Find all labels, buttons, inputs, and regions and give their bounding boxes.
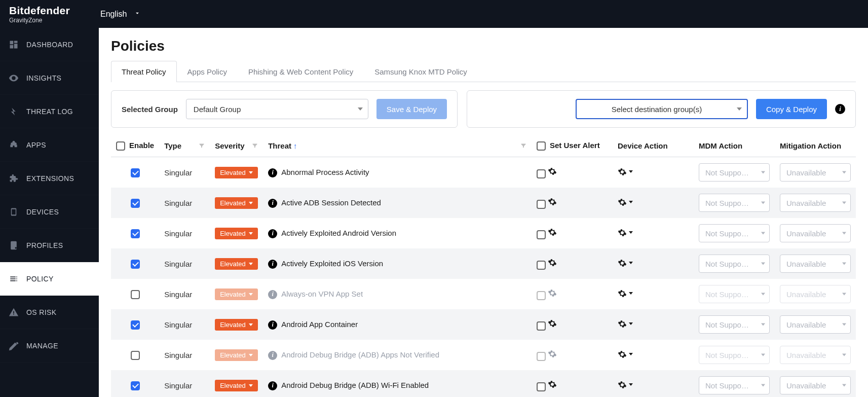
copy-deploy-button[interactable]: Copy & Deploy xyxy=(756,99,827,119)
col-mdm-action[interactable]: MDM Action xyxy=(694,135,775,157)
mdm-action-select[interactable]: Not Suppo… xyxy=(699,194,770,212)
col-threat[interactable]: Threat↑ xyxy=(263,135,532,157)
profiles-icon xyxy=(8,240,19,251)
user-alert-settings[interactable] xyxy=(548,319,557,328)
col-user-alert[interactable]: Set User Alert xyxy=(532,135,613,157)
mdm-action-select[interactable]: Not Suppo… xyxy=(699,255,770,273)
severity-badge[interactable]: Elevated xyxy=(215,197,258,209)
mdm-action-select[interactable]: Not Suppo… xyxy=(699,285,770,303)
enable-checkbox[interactable] xyxy=(131,168,140,177)
user-alert-settings[interactable] xyxy=(548,228,557,237)
mdm-action-select[interactable]: Not Suppo… xyxy=(699,163,770,182)
device-action-menu[interactable] xyxy=(618,167,633,176)
device-action-menu[interactable] xyxy=(618,259,633,268)
mdm-action-select[interactable]: Not Suppo… xyxy=(699,315,770,334)
severity-badge[interactable]: Elevated xyxy=(215,319,258,331)
severity-badge[interactable]: Elevated xyxy=(215,258,258,270)
user-alert-checkbox[interactable] xyxy=(537,321,546,331)
device-action-menu[interactable] xyxy=(618,198,633,207)
filter-icon[interactable] xyxy=(252,141,258,150)
info-icon[interactable]: i xyxy=(268,351,277,360)
user-alert-settings[interactable] xyxy=(548,288,557,298)
enable-checkbox[interactable] xyxy=(131,260,140,269)
user-alert-checkbox[interactable] xyxy=(537,291,546,300)
device-action-menu[interactable] xyxy=(618,350,633,359)
tab-apps[interactable]: Apps Policy xyxy=(177,61,238,82)
mitigation-action-select[interactable]: Unavailable xyxy=(780,194,851,212)
mitigation-action-select[interactable]: Unavailable xyxy=(780,346,851,364)
info-icon[interactable]: i xyxy=(268,168,277,177)
device-action-menu[interactable] xyxy=(618,228,633,237)
destination-group-select[interactable]: Select destination group(s) xyxy=(576,99,748,119)
tab-threat[interactable]: Threat Policy xyxy=(111,61,177,82)
user-alert-checkbox[interactable] xyxy=(537,169,546,178)
caret-down-icon xyxy=(761,293,765,296)
enable-all-checkbox[interactable] xyxy=(116,141,125,151)
info-icon[interactable]: i xyxy=(268,229,277,238)
sidebar-item-dashboard[interactable]: DASHBOARD xyxy=(0,28,99,61)
user-alert-settings[interactable] xyxy=(548,197,557,206)
tab-phishing[interactable]: Phishing & Web Content Policy xyxy=(238,61,364,82)
user-alert-settings[interactable] xyxy=(548,380,557,389)
user-alert-all-checkbox[interactable] xyxy=(537,141,546,151)
severity-badge[interactable]: Elevated xyxy=(215,228,258,239)
selected-group-select[interactable]: Default Group xyxy=(186,99,368,119)
col-type[interactable]: Type xyxy=(159,135,210,157)
severity-badge[interactable]: Elevated xyxy=(215,288,258,300)
caret-down-icon xyxy=(761,323,765,326)
enable-checkbox[interactable] xyxy=(131,381,140,390)
info-icon[interactable]: i xyxy=(835,104,845,114)
col-device-action[interactable]: Device Action xyxy=(613,135,694,157)
info-icon[interactable]: i xyxy=(268,290,277,299)
user-alert-settings[interactable] xyxy=(548,349,557,358)
filter-icon[interactable] xyxy=(520,141,526,150)
device-action-menu[interactable] xyxy=(618,380,633,389)
mitigation-action-select[interactable]: Unavailable xyxy=(780,315,851,334)
enable-checkbox[interactable] xyxy=(131,351,140,360)
language-selector[interactable]: English xyxy=(100,10,141,19)
enable-checkbox[interactable] xyxy=(131,290,140,299)
sidebar-item-manage[interactable]: MANAGE xyxy=(0,329,99,363)
mitigation-action-select[interactable]: Unavailable xyxy=(780,376,851,394)
severity-badge[interactable]: Elevated xyxy=(215,349,258,361)
user-alert-checkbox[interactable] xyxy=(537,261,546,270)
user-alert-checkbox[interactable] xyxy=(537,200,546,209)
sidebar-item-policy[interactable]: POLICY xyxy=(0,262,99,296)
mdm-action-select[interactable]: Not Suppo… xyxy=(699,224,770,242)
col-mitigation-action[interactable]: Mitigation Action xyxy=(775,135,856,157)
user-alert-settings[interactable] xyxy=(548,167,557,176)
mitigation-action-select[interactable]: Unavailable xyxy=(780,255,851,273)
severity-badge[interactable]: Elevated xyxy=(215,167,258,178)
mdm-action-select[interactable]: Not Suppo… xyxy=(699,376,770,394)
mitigation-action-select[interactable]: Unavailable xyxy=(780,285,851,303)
mitigation-action-select[interactable]: Unavailable xyxy=(780,163,851,182)
info-icon[interactable]: i xyxy=(268,381,277,390)
user-alert-settings[interactable] xyxy=(548,258,557,267)
user-alert-checkbox[interactable] xyxy=(537,352,546,361)
info-icon[interactable]: i xyxy=(268,320,277,330)
filter-icon[interactable] xyxy=(199,141,205,150)
enable-checkbox[interactable] xyxy=(131,199,140,208)
save-deploy-button[interactable]: Save & Deploy xyxy=(376,99,447,119)
mitigation-action-select[interactable]: Unavailable xyxy=(780,224,851,242)
enable-checkbox[interactable] xyxy=(131,320,140,330)
info-icon[interactable]: i xyxy=(268,260,277,269)
sidebar-item-extensions[interactable]: EXTENSIONS xyxy=(0,162,99,195)
tab-knox[interactable]: Samsung Knox MTD Policy xyxy=(364,61,478,82)
sidebar-item-profiles[interactable]: PROFILES xyxy=(0,229,99,262)
col-enable[interactable]: Enable xyxy=(111,135,159,157)
sidebar-item-apps[interactable]: APPS xyxy=(0,128,99,162)
sidebar-item-threatlog[interactable]: THREAT LOG xyxy=(0,95,99,128)
user-alert-checkbox[interactable] xyxy=(537,382,546,391)
severity-badge[interactable]: Elevated xyxy=(215,380,258,391)
sidebar-item-osrisk[interactable]: OS RISK xyxy=(0,296,99,329)
col-severity[interactable]: Severity xyxy=(210,135,263,157)
user-alert-checkbox[interactable] xyxy=(537,230,546,239)
mdm-action-select[interactable]: Not Suppo… xyxy=(699,346,770,364)
enable-checkbox[interactable] xyxy=(131,229,140,238)
sidebar-item-devices[interactable]: DEVICES xyxy=(0,195,99,229)
sidebar-item-insights[interactable]: INSIGHTS xyxy=(0,61,99,95)
device-action-menu[interactable] xyxy=(618,319,633,329)
info-icon[interactable]: i xyxy=(268,199,277,208)
device-action-menu[interactable] xyxy=(618,289,633,298)
